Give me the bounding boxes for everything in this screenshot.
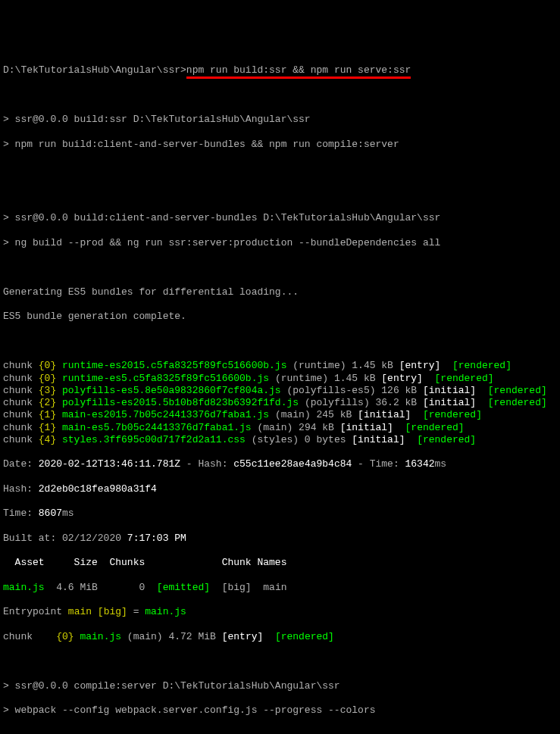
chunks-list: chunk {0} runtime-es2015.c5fa8325f89fc51… <box>3 360 557 446</box>
script-line: > webpack --config webpack.server.config… <box>3 704 557 717</box>
chunk-line: chunk {1} main-es2015.7b05c24413376d7fab… <box>3 409 557 421</box>
prompt-cmd: npm run build:ssr && npm run serve:ssr <box>186 64 411 79</box>
chunk-line: chunk {3} polyfills-es5.8e50a9832860f7cf… <box>3 385 557 397</box>
chunk-line: chunk {1} main-es5.7b05c24413376d7faba1.… <box>3 422 557 434</box>
time-line: Time: 8607ms <box>3 508 557 520</box>
chunk-line: chunk {0} runtime-es5.c5fa8325f89fc51660… <box>3 373 557 385</box>
chunk-line: chunk {0} runtime-es2015.c5fa8325f89fc51… <box>3 360 557 372</box>
script-line: > ng build --prod && ng run ssr:server:p… <box>3 237 557 249</box>
prompt-path: D:\TekTutorialsHub\Angular\ssr> <box>3 64 186 76</box>
gen-line: Generating ES5 bundles for differential … <box>3 286 557 298</box>
gen-line: ES5 bundle generation complete. <box>3 311 557 323</box>
prompt-line: D:\TekTutorialsHub\Angular\ssr>npm run b… <box>3 64 557 77</box>
hash-line: Hash: 2d2eb0c18fea980a31f4 <box>3 483 557 495</box>
script-line: > ssr@0.0.0 build:client-and-server-bund… <box>3 212 557 224</box>
script-line: > ssr@0.0.0 compile:server D:\TekTutoria… <box>3 680 557 692</box>
script-line: > ssr@0.0.0 build:ssr D:\TekTutorialsHub… <box>3 114 557 126</box>
terminal-output: D:\TekTutorialsHub\Angular\ssr>npm run b… <box>3 52 557 734</box>
chunk-line: chunk {2} polyfills-es2015.5b10b8fd823b6… <box>3 397 557 409</box>
entrypoint-line: Entrypoint main [big] = main.js <box>3 606 557 618</box>
asset-line: main.js 4.6 MiB 0 [emitted] [big] main <box>3 582 557 594</box>
chunk-line: chunk {4} styles.3ff695c00d717f2d2a11.cs… <box>3 434 557 446</box>
built-line: Built at: 02/12/2020 7:17:03 PM <box>3 533 557 545</box>
script-line: > npm run build:client-and-server-bundle… <box>3 139 557 151</box>
date-line: Date: 2020-02-12T13:46:11.781Z - Hash: c… <box>3 458 557 470</box>
table-header: Asset Size Chunks Chunk Names <box>3 557 557 569</box>
chunk-line: chunk {0} main.js (main) 4.72 MiB [entry… <box>3 631 557 643</box>
